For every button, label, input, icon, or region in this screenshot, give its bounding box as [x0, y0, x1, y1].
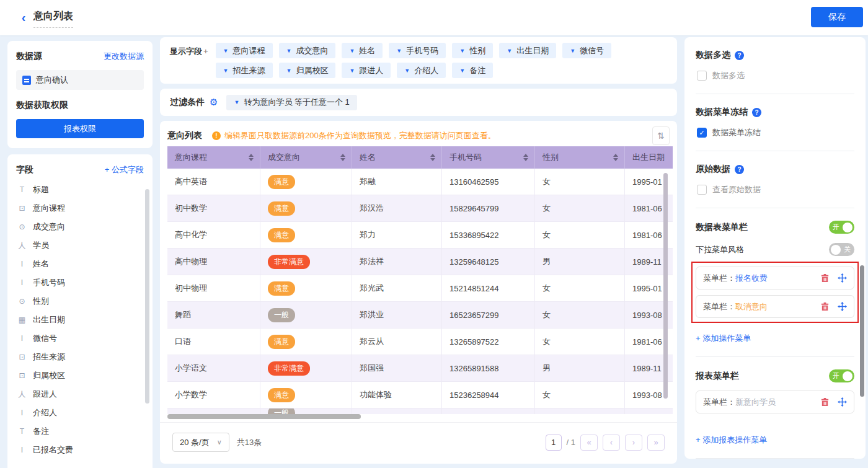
field-item[interactable]: ⊡意向课程	[16, 199, 144, 218]
table-row[interactable]: 小学数学满意功能体验15236258944女1993-08	[167, 382, 673, 408]
field-item[interactable]: I已报名交费	[16, 441, 144, 459]
filter-condition-chip[interactable]: ▼ 转为意向学员 等于任意一个 1	[226, 95, 356, 110]
column-header[interactable]: 手机号码	[442, 146, 535, 169]
table-row[interactable]: 初中数学满意郑汉浩15829645799女1981-06	[167, 195, 673, 222]
column-header[interactable]: 成交意向	[260, 146, 352, 169]
display-field-chip[interactable]: ▼跟进人	[342, 63, 391, 78]
back-button[interactable]: ‹	[17, 10, 30, 25]
field-item[interactable]: I微信号	[16, 329, 144, 348]
table-row[interactable]: 小学语文非常满意郑国强13265891588男1989-11	[167, 355, 673, 382]
field-item[interactable]: ⊙性别	[16, 292, 144, 311]
dropdown-style-toggle[interactable]: 关	[829, 243, 854, 256]
move-icon[interactable]	[838, 273, 847, 283]
display-field-chip[interactable]: ▼成交意向	[279, 43, 336, 58]
table-row[interactable]: 高中物理非常满意郑法祥13259648125男1989-11	[167, 249, 673, 275]
page-size-select[interactable]: 20 条/页 ∨	[172, 433, 229, 452]
move-icon[interactable]	[838, 302, 847, 311]
display-field-chip[interactable]: ▼出生日期	[499, 43, 556, 58]
save-button[interactable]: 保存	[811, 7, 863, 27]
field-item[interactable]: ⊙成交意向	[16, 218, 144, 236]
display-field-chip[interactable]: ▼性别	[452, 43, 493, 58]
table-row[interactable]: 一般	[167, 408, 673, 414]
intent-badge: 满意	[268, 335, 295, 349]
table-cell: 女	[535, 222, 625, 248]
filter-settings-icon[interactable]: ⚙	[210, 97, 218, 108]
table-row[interactable]: 高中英语满意郑融13160462595女1995-01	[167, 169, 673, 195]
chevron-down-icon: ▼	[223, 68, 229, 74]
field-item[interactable]: T标题	[16, 180, 144, 199]
chevron-down-icon: ▼	[459, 68, 465, 74]
field-item[interactable]: T备注	[16, 422, 144, 441]
field-item[interactable]: ▦出生日期	[16, 311, 144, 329]
add-report-menu-link[interactable]: + 添加报表操作菜单	[696, 435, 767, 446]
report-permission-button[interactable]: 报表权限	[16, 119, 144, 138]
report-menu-item[interactable]: 菜单栏： 新意向学员	[696, 391, 854, 413]
first-page-button[interactable]: «	[580, 435, 598, 451]
field-item[interactable]: I手机号码	[16, 273, 144, 292]
sort-arrows-icon[interactable]	[523, 154, 528, 161]
add-action-menu-link[interactable]: + 添加操作菜单	[696, 333, 751, 344]
table-vertical-scrollbar[interactable]	[663, 173, 668, 399]
delete-icon[interactable]	[820, 302, 830, 311]
multi-select-checkbox-row[interactable]: 数据多选	[697, 70, 854, 81]
preview-notice-text: 编辑界面只取数据源前200条作为查询数据预览，完整数据请访问页面查看。	[224, 130, 496, 141]
table-row[interactable]: 初中物理满意郑光武15214851244女1995-01	[167, 275, 673, 302]
intent-badge: 满意	[268, 388, 295, 402]
menu-freeze-checkbox[interactable]	[697, 128, 707, 138]
change-datasource-link[interactable]: 更改数据源	[104, 51, 144, 62]
next-page-button[interactable]: ›	[625, 435, 642, 451]
settings-scrollbar[interactable]	[860, 265, 864, 397]
table-menu-item[interactable]: 菜单栏： 报名收费	[696, 267, 854, 289]
add-display-field-button[interactable]: +	[203, 46, 208, 56]
table-row[interactable]: 舞蹈一般郑洪业16523657299女1993-08	[167, 302, 673, 329]
datasource-item[interactable]: 意向确认	[16, 70, 144, 90]
display-field-chip[interactable]: ▼微信号	[562, 43, 611, 58]
display-field-chip[interactable]: ▼备注	[452, 63, 493, 78]
field-item[interactable]: I姓名	[16, 255, 144, 273]
field-item[interactable]: ⊡归属校区	[16, 366, 144, 385]
column-header[interactable]: 意向课程	[167, 146, 260, 169]
help-icon[interactable]	[752, 108, 761, 117]
table-row[interactable]: 高中化学满意郑力15336895422女1981-06	[167, 222, 673, 249]
sort-arrows-icon[interactable]	[249, 154, 254, 161]
field-list-scrollbar[interactable]	[145, 189, 149, 404]
field-item[interactable]: I介绍人	[16, 404, 144, 422]
table-horizontal-scrollbar[interactable]	[167, 414, 361, 419]
table-cell: 15236258944	[442, 382, 535, 408]
field-item[interactable]: 人跟进人	[16, 385, 144, 404]
table-menu-item[interactable]: 菜单栏： 取消意向	[696, 295, 854, 318]
display-field-chip[interactable]: ▼意向课程	[216, 43, 273, 58]
field-item[interactable]: ⊡招生来源	[16, 348, 144, 366]
table-menu-toggle[interactable]: 开	[829, 221, 854, 234]
prev-page-button[interactable]: ‹	[603, 435, 620, 451]
sort-arrows-icon[interactable]	[430, 154, 435, 161]
column-header[interactable]: 姓名	[352, 146, 442, 169]
last-page-button[interactable]: »	[647, 435, 665, 451]
display-field-chip[interactable]: ▼介绍人	[397, 63, 446, 78]
multi-select-checkbox[interactable]	[697, 71, 707, 81]
table-cell: 口语	[167, 329, 260, 355]
display-field-chip[interactable]: ▼手机号码	[389, 43, 446, 58]
page-input[interactable]: 1	[546, 435, 562, 451]
sort-arrows-icon[interactable]	[340, 154, 345, 161]
help-icon[interactable]	[735, 165, 744, 174]
sort-button[interactable]: ⇅	[652, 126, 670, 145]
menu-freeze-checkbox-row[interactable]: 数据菜单冻结	[697, 127, 854, 138]
formula-field-link[interactable]: + 公式字段	[105, 164, 144, 175]
display-field-chip[interactable]: ▼姓名	[342, 43, 383, 58]
sort-arrows-icon[interactable]	[613, 154, 618, 161]
delete-icon[interactable]	[820, 397, 830, 407]
table-row[interactable]: 口语满意郑云从13265897522女1981-06	[167, 329, 673, 355]
dropdown-style-row: 下拉菜单风格 关	[696, 243, 854, 256]
display-field-chip[interactable]: ▼归属校区	[279, 63, 336, 78]
raw-data-checkbox[interactable]	[697, 185, 707, 195]
field-item[interactable]: 人学员	[16, 236, 144, 255]
report-menu-toggle[interactable]: 开	[829, 369, 854, 382]
column-header[interactable]: 出生日期	[625, 146, 673, 169]
help-icon[interactable]	[735, 51, 744, 60]
move-icon[interactable]	[838, 397, 847, 407]
delete-icon[interactable]	[820, 273, 830, 283]
raw-data-checkbox-row[interactable]: 查看原始数据	[697, 184, 854, 195]
display-field-chip[interactable]: ▼招生来源	[216, 63, 273, 78]
column-header[interactable]: 性别	[535, 146, 625, 169]
